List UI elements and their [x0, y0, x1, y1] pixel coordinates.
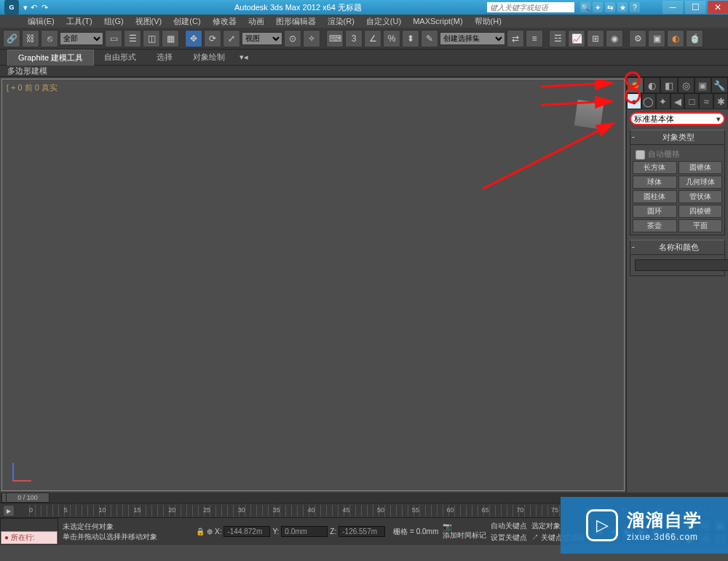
favorite-icon[interactable]: ★ — [617, 2, 628, 12]
ribbon-tab-modeling[interactable]: Graphite 建模工具 — [7, 50, 94, 66]
btn-pyramid[interactable]: 四棱锥 — [678, 205, 723, 218]
schematic-icon[interactable]: ⊞ — [587, 30, 604, 47]
ref-coord-dropdown[interactable]: 视图 — [242, 32, 282, 45]
cat-cameras-icon[interactable]: ◀ — [670, 93, 685, 109]
menu-customize[interactable]: 自定义(U) — [360, 16, 407, 27]
material-editor-icon[interactable]: ◉ — [606, 30, 623, 47]
cat-spacewarps-icon[interactable]: ≈ — [699, 93, 713, 109]
btn-box[interactable]: 长方体 — [633, 161, 677, 174]
time-slider-knob[interactable]: 0 / 100 — [6, 493, 50, 503]
rotate-icon[interactable]: ⟳ — [204, 30, 221, 47]
btn-tube[interactable]: 管状体 — [678, 190, 723, 203]
tab-create-icon[interactable]: ✺ — [627, 77, 644, 93]
cat-helpers-icon[interactable]: □ — [684, 93, 699, 109]
search-icon[interactable]: 🔍 — [580, 2, 590, 12]
cat-systems-icon[interactable]: ✱ — [713, 93, 728, 109]
menu-grapheditors[interactable]: 图形编辑器 — [270, 16, 322, 27]
menu-modifiers[interactable]: 修改器 — [207, 16, 242, 27]
ribbon-tab-paint[interactable]: 对象绘制 — [183, 50, 235, 65]
undo-icon[interactable]: ↶ — [31, 3, 37, 12]
cat-geometry-icon[interactable]: ● — [627, 93, 641, 109]
select-icon[interactable]: ▭ — [105, 30, 122, 47]
menu-animation[interactable]: 动画 — [242, 16, 270, 27]
mirror-icon[interactable]: ⇄ — [507, 30, 524, 47]
bind-icon[interactable]: ⎋ — [41, 30, 58, 47]
percent-snap-icon[interactable]: % — [383, 30, 400, 47]
tab-utilities-icon[interactable]: 🔧 — [711, 77, 728, 93]
menu-rendering[interactable]: 渲染(R) — [322, 16, 360, 27]
autogrid-checkbox[interactable] — [636, 150, 645, 160]
coord-y[interactable]: 0.0mm — [281, 526, 328, 537]
setkey-button[interactable]: 设置关键点 — [491, 533, 527, 543]
isolate-icon[interactable]: 📷 — [443, 522, 486, 530]
maximize-button[interactable]: ☐ — [685, 1, 705, 14]
cat-shapes-icon[interactable]: ◯ — [641, 93, 656, 109]
pivot-icon[interactable]: ⊙ — [284, 30, 301, 47]
align-icon[interactable]: ≡ — [526, 30, 543, 47]
render-setup-icon[interactable]: ⚙ — [629, 30, 646, 47]
abs-rel-icon[interactable]: ⊕ — [207, 527, 213, 536]
btn-torus[interactable]: 圆环 — [633, 205, 677, 218]
help-search-input[interactable] — [487, 2, 574, 12]
edit-selset-icon[interactable]: ✎ — [421, 30, 438, 47]
btn-teapot[interactable]: 茶壶 — [633, 219, 677, 232]
manip-icon[interactable]: ✧ — [303, 30, 320, 47]
layers-icon[interactable]: ☲ — [549, 30, 566, 47]
menu-create[interactable]: 创建(C) — [167, 16, 206, 27]
object-name-input[interactable] — [635, 259, 728, 271]
qat-icon[interactable]: ▾ — [23, 3, 28, 12]
named-selset-dropdown[interactable]: 创建选择集 — [440, 32, 505, 45]
autokey-button[interactable]: 自动关键点 — [491, 521, 527, 531]
window-crossing-icon[interactable]: ▦ — [162, 30, 179, 47]
tab-motion-icon[interactable]: ◎ — [678, 77, 695, 93]
app-icon[interactable]: G — [4, 0, 19, 15]
keymode-icon[interactable]: ⌨ — [326, 30, 344, 47]
add-time-tag[interactable]: 添加时间标记 — [443, 530, 486, 541]
lock-icon[interactable]: 🔒 — [196, 527, 205, 536]
viewcube-icon[interactable] — [574, 100, 604, 130]
render-frame-icon[interactable]: ▣ — [648, 30, 665, 47]
trackbar-toggle-icon[interactable]: ▸ — [3, 505, 15, 517]
curve-editor-icon[interactable]: 📈 — [568, 30, 585, 47]
tab-hierarchy-icon[interactable]: ◧ — [660, 77, 677, 93]
scale-icon[interactable]: ⤢ — [223, 30, 240, 47]
teapot-icon[interactable]: 🍵 — [686, 30, 703, 47]
tab-display-icon[interactable]: ▣ — [695, 77, 711, 93]
help-icon[interactable]: ? — [630, 2, 640, 12]
redo-icon[interactable]: ↷ — [41, 3, 48, 12]
selection-filter-dropdown[interactable]: 全部 — [60, 32, 103, 45]
ribbon-tab-selection[interactable]: 选择 — [146, 50, 183, 65]
snap-icon[interactable]: 3 — [345, 30, 363, 47]
menu-maxscript[interactable]: MAXScript(M) — [407, 17, 468, 26]
viewport-label[interactable]: [ + 0 前 0 真实 — [7, 82, 58, 93]
unlink-icon[interactable]: ⛓ — [22, 30, 39, 47]
rollout-object-type[interactable]: -对象类型 — [630, 130, 725, 145]
btn-geosphere[interactable]: 几何球体 — [678, 176, 723, 189]
menu-group[interactable]: 组(G) — [98, 16, 130, 27]
btn-cone[interactable]: 圆锥体 — [678, 161, 723, 174]
spinner-snap-icon[interactable]: ⬍ — [402, 30, 419, 47]
angle-snap-icon[interactable]: ∠ — [364, 30, 381, 47]
geometry-type-dropdown[interactable]: 标准基本体 — [630, 112, 725, 125]
btn-sphere[interactable]: 球体 — [633, 176, 677, 189]
link-icon[interactable]: 🔗 — [3, 30, 20, 47]
tab-modify-icon[interactable]: ◐ — [644, 77, 660, 93]
ribbon-expand-icon[interactable]: ▾◂ — [235, 50, 253, 64]
move-icon[interactable]: ✥ — [185, 30, 202, 47]
menu-edit[interactable]: 编辑(E) — [22, 16, 60, 27]
viewport-front[interactable]: [ + 0 前 0 真实 — [1, 79, 625, 491]
minimize-button[interactable]: ─ — [662, 1, 683, 14]
rollout-name-color[interactable]: -名称和颜色 — [630, 240, 725, 255]
select-name-icon[interactable]: ☰ — [124, 30, 141, 47]
render-icon[interactable]: ◐ — [667, 30, 684, 47]
menu-views[interactable]: 视图(V) — [130, 16, 168, 27]
btn-cylinder[interactable]: 圆柱体 — [633, 190, 677, 203]
close-button[interactable]: ✕ — [708, 1, 728, 14]
menu-tools[interactable]: 工具(T) — [60, 16, 98, 27]
script-listener[interactable]: ● 所在行: — [0, 518, 58, 545]
coord-z[interactable]: -126.557m — [339, 526, 385, 537]
cat-lights-icon[interactable]: ✦ — [656, 93, 670, 109]
subscription-icon[interactable]: ✦ — [593, 2, 603, 12]
menu-help[interactable]: 帮助(H) — [469, 16, 507, 27]
select-region-icon[interactable]: ◫ — [143, 30, 160, 47]
